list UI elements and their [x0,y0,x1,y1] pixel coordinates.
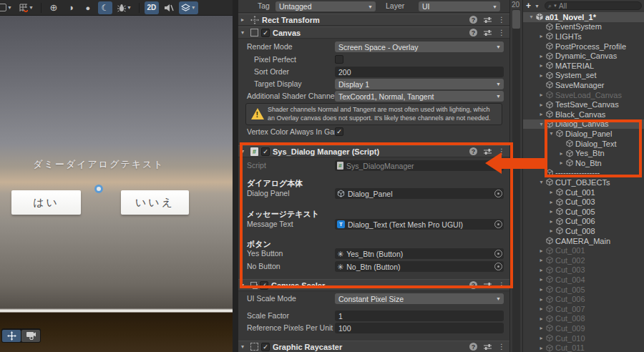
foldout-icon[interactable]: ▸ [537,248,545,254]
help-icon[interactable]: ? [469,343,477,351]
panel-divider[interactable] [233,0,238,352]
presets-icon[interactable] [484,343,492,351]
foldout-icon[interactable]: ▸ [547,228,555,234]
hierarchy-item-cut_001[interactable]: ▸ Cut_001 [523,187,644,197]
hierarchy-item-cut_006[interactable]: ▸ Cut_006 [523,217,644,227]
component-enabled-checkbox[interactable]: ✓ [261,343,270,351]
help-icon[interactable]: ? [469,281,477,289]
hierarchy-item-no_btn[interactable]: ▸ No_Btn [523,158,644,168]
hierarchy-item-[interactable]: ----------------- [523,168,644,178]
scene-yes-button[interactable]: はい [11,190,81,215]
foldout-icon[interactable]: ▾ [527,14,535,20]
hierarchy-item-yes_btn[interactable]: ▸ Yes_Btn [523,148,644,158]
hierarchy-item-dynamic_canvas[interactable]: ▸ Dynamic_Canvas [523,51,644,61]
foldout-icon[interactable]: ▸ [537,92,545,98]
foldout-icon[interactable]: ▸ [547,199,555,205]
kebab-menu-icon[interactable]: ⋮ [498,16,505,24]
target-display-dropdown[interactable]: Display 1▼ [335,79,504,89]
camera-preview-button[interactable] [21,330,40,342]
foldout-icon[interactable]: ▸ [547,218,555,225]
hierarchy-item-dialog_panel[interactable]: ▾ Dialog_Panel [523,129,644,139]
layer-dropdown[interactable]: UI▼ [419,1,500,11]
shader-channels-dropdown[interactable]: TexCoord1, Normal, Tangent▼ [335,91,504,102]
snap-grid-button[interactable]: ▼ [17,1,36,14]
dialog-panel-object-field[interactable]: Dialog_Panel [335,188,504,199]
foldout-icon[interactable]: ▸ [537,53,545,59]
graphic-raycaster-header[interactable]: ▾ ✓ Graphic Raycaster ? ⋮ [238,341,509,352]
hierarchy-item-cut_001[interactable]: ▸ Cut_001 [523,245,644,255]
hierarchy-item-cut_008[interactable]: ▸ Cut_008 [523,226,644,236]
foldout-icon[interactable]: ▸ [537,316,545,322]
kebab-menu-icon[interactable]: ⋮ [498,29,505,36]
script-object-field[interactable]: # Sys_DialogManager [335,160,504,171]
presets-icon[interactable] [484,29,492,36]
hierarchy-item-cut_009[interactable]: ▸ Cut_009 [523,323,644,333]
vertex-color-checkbox[interactable]: ✓ [335,127,343,136]
foldout-icon[interactable]: ▸ [241,16,248,23]
tool-button-partial[interactable]: ▼ [0,1,14,14]
object-picker-icon[interactable] [494,250,502,258]
debug-button[interactable]: ▼ [115,1,134,14]
presets-icon[interactable] [484,282,492,289]
foldout-icon[interactable]: ▾ [241,29,248,36]
yes-button-object-field[interactable]: ✳ Yes_Btn (Button) [335,248,504,259]
hierarchy-item-cut_010[interactable]: ▸ Cut_010 [523,333,644,343]
hierarchy-item-cut_004[interactable]: ▸ Cut_004 [523,275,644,285]
hierarchy-item-postprocess_profile[interactable]: PostProcess_Profile [523,41,644,52]
foldout-icon[interactable]: ▸ [537,286,545,293]
kebab-menu-icon[interactable]: ⋮ [498,147,505,155]
foldout-icon[interactable]: ▸ [537,62,545,69]
component-enabled-checkbox[interactable]: ✓ [261,147,270,156]
foldout-icon[interactable]: ▾ [537,121,545,127]
message-text-object-field[interactable]: T Dialog_Text (Text Mesh Pro UGUI) [335,219,504,230]
foldout-icon[interactable]: ▸ [537,33,545,39]
foldout-icon[interactable]: ▸ [537,305,545,312]
hierarchy-search-input[interactable]: ⌕ ▼ All [545,1,642,10]
presets-icon[interactable] [484,148,492,155]
foldout-icon[interactable]: ▸ [537,257,545,263]
add-object-button[interactable]: + [526,1,531,11]
canvas-scaler-header[interactable]: ▾ ✓ Canvas Scaler ? ⋮ [238,279,509,291]
ref-pixels-input[interactable]: 100 [335,323,504,333]
rect-transform-header[interactable]: ▸ Rect Transform ? ⋮ [238,14,509,26]
foldout-icon[interactable]: ▸ [537,325,545,331]
scene-no-button[interactable]: いいえ [121,190,189,215]
kebab-menu-icon[interactable]: ⋮ [498,281,505,289]
hierarchy-item-a01_novel_1[interactable]: ▾ a01_Novel_1* [523,12,644,22]
help-icon[interactable]: ? [469,147,477,155]
2d-mode-toggle[interactable]: 2D [145,1,159,14]
foldout-icon[interactable]: ▾ [241,282,248,288]
presets-icon[interactable] [484,16,492,24]
component-enabled-checkbox[interactable]: ✓ [260,281,268,290]
scrollbar-thumb[interactable] [512,10,520,29]
hierarchy-item-dialog_text[interactable]: Dialog_Text [523,139,644,149]
scale-factor-input[interactable]: 1 [335,311,504,321]
foldout-icon[interactable]: ▸ [557,150,565,157]
hierarchy-item-saveload_canvas[interactable]: ▸ SaveLoad_Canvas [523,90,644,100]
foldout-icon[interactable]: ▾ [241,343,248,350]
hierarchy-item-system_set[interactable]: ▸ System_set [523,71,644,81]
help-icon[interactable]: ? [469,16,477,24]
foldout-icon[interactable]: ▸ [547,208,555,215]
hierarchy-item-cut_003[interactable]: ▸ Cut_003 [523,265,644,275]
hierarchy-item-cut_007[interactable]: ▸ Cut_007 [523,304,644,314]
hierarchy-item-cut_002[interactable]: ▸ Cut_002 [523,255,644,265]
hierarchy-item-cut_objects[interactable]: ▾ CUT_OBJECTs [523,177,644,187]
tag-dropdown[interactable]: Untagged▼ [275,1,376,11]
hierarchy-item-lights[interactable]: ▸ LIGHTs [523,31,644,41]
anchor-tool-button[interactable] [2,330,21,342]
foldout-icon[interactable]: ▸ [537,111,545,117]
help-icon[interactable]: ? [469,29,477,36]
ui-scale-mode-dropdown[interactable]: Constant Pixel Size▼ [335,293,504,304]
foldout-icon[interactable]: ▸ [547,189,555,195]
foldout-icon[interactable]: ▸ [537,296,545,303]
foldout-icon[interactable]: ▸ [537,267,545,273]
pivot-gizmo-handle[interactable] [94,185,103,193]
object-picker-icon[interactable] [494,220,502,228]
foldout-icon[interactable]: ▸ [537,276,545,283]
render-mode-dropdown[interactable]: Screen Space - Overlay▼ [335,41,504,52]
dialog-manager-header[interactable]: ▾ # ✓ Sys_Dialog Manager (Script) ? ⋮ [238,145,509,157]
no-button-object-field[interactable]: ✳ No_Btn (Button) [335,261,504,272]
kebab-menu-icon[interactable]: ⋮ [498,343,505,351]
foldout-icon[interactable]: ▾ [547,130,555,137]
